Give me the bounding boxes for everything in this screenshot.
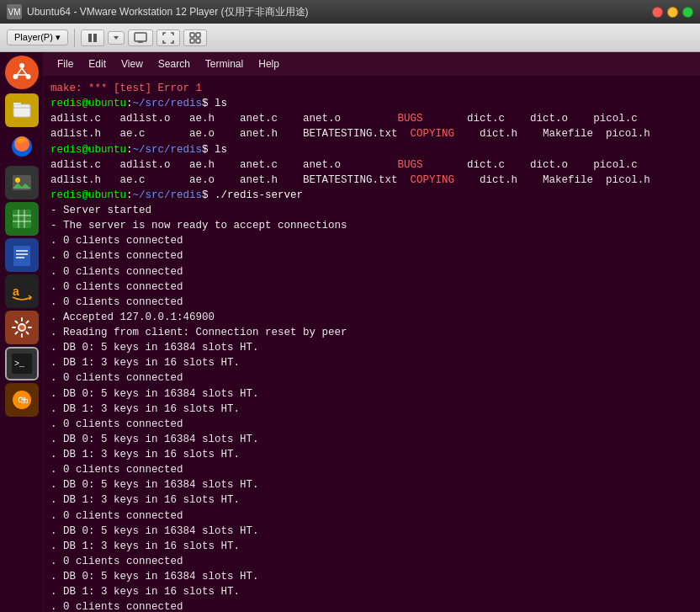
terminal-line: adlist.c adlist.o ae.h anet.c anet.o BUG…	[50, 111, 693, 126]
sidebar-item-terminal[interactable]: >_	[5, 347, 39, 381]
vmware-toolbar: Player(P) ▾	[0, 24, 700, 52]
sidebar-item-photos[interactable]	[5, 166, 39, 200]
dropdown-icon	[112, 34, 120, 42]
unity-icon	[189, 32, 201, 44]
svg-rect-3	[93, 34, 97, 42]
terminal-line: . DB 0: 5 keys in 16384 slots HT.	[50, 386, 693, 402]
terminal-line: - The server is now ready to accept conn…	[50, 218, 693, 233]
terminal[interactable]: make: *** [test] Error 1 redis@ubuntu:~/…	[44, 76, 700, 612]
pause-button[interactable]	[81, 29, 104, 46]
minimize-button[interactable]	[667, 7, 678, 18]
menu-item-search[interactable]: Search	[151, 56, 197, 72]
unity-button[interactable]	[183, 29, 207, 46]
sidebar-item-files[interactable]	[5, 93, 39, 127]
software-icon: 🛍	[11, 389, 33, 411]
terminal-line: . DB 1: 3 keys in 16 slots HT.	[50, 584, 693, 599]
terminal-line: make: *** [test] Error 1	[50, 81, 693, 96]
ubuntu-logo[interactable]	[5, 56, 39, 89]
pause-icon	[87, 32, 98, 44]
terminal-line: . DB 0: 5 keys in 16384 slots HT.	[50, 340, 693, 355]
svg-rect-5	[135, 33, 146, 41]
svg-text:🛍: 🛍	[18, 394, 28, 406]
menu-item-edit[interactable]: Edit	[82, 56, 113, 72]
svg-rect-18	[13, 104, 30, 117]
amazon-icon: a	[9, 279, 34, 304]
terminal-line: . 0 clients connected	[50, 264, 693, 279]
screen-button[interactable]	[128, 29, 153, 46]
terminal-icon: >_	[11, 353, 33, 375]
sidebar-item-software[interactable]: 🛍	[5, 383, 39, 417]
menu-item-file[interactable]: File	[50, 56, 80, 72]
terminal-line: adlist.h ae.c ae.o anet.h BETATESTING.tx…	[50, 126, 693, 141]
terminal-line: . DB 0: 5 keys in 16384 slots HT.	[50, 524, 693, 539]
terminal-line: . DB 1: 3 keys in 16 slots HT.	[50, 447, 693, 462]
svg-marker-4	[114, 36, 119, 40]
terminal-line: . 0 clients connected	[50, 417, 693, 432]
svg-rect-11	[196, 39, 200, 43]
svg-rect-9	[196, 33, 200, 37]
dropdown-button[interactable]	[108, 31, 125, 45]
terminal-line: . Reading from client: Connection reset …	[50, 325, 693, 340]
terminal-line: . 0 clients connected	[50, 295, 693, 310]
svg-text:VM: VM	[8, 8, 21, 17]
terminal-line: . 0 clients connected	[50, 233, 693, 248]
terminal-line: . 0 clients connected	[50, 279, 693, 295]
svg-rect-10	[190, 39, 194, 43]
terminal-line: . DB 1: 3 keys in 16 slots HT.	[50, 539, 693, 554]
terminal-line: - Server started	[50, 203, 693, 218]
photos-icon	[11, 172, 33, 194]
terminal-line: . DB 0: 5 keys in 16384 slots HT.	[50, 432, 693, 447]
titlebar: VM Ubuntu64 - VMware Workstation 12 Play…	[0, 0, 700, 24]
vmware-icon: VM	[7, 4, 22, 19]
window-controls	[652, 7, 693, 18]
files-icon	[11, 99, 33, 121]
main-layout: a >_ 🛍	[0, 52, 700, 612]
terminal-line: . 0 clients connected	[50, 554, 693, 569]
svg-point-21	[15, 178, 20, 183]
desktop-area: File Edit View Search Terminal Help make…	[44, 52, 700, 612]
terminal-line: redis@ubuntu:~/src/redis$ ls	[50, 96, 693, 111]
terminal-line: . DB 1: 3 keys in 16 slots HT.	[50, 355, 693, 370]
terminal-line: . 0 clients connected	[50, 508, 693, 524]
ubuntu-icon	[11, 61, 33, 83]
terminal-line: . 0 clients connected	[50, 370, 693, 386]
svg-rect-2	[88, 34, 92, 42]
spreadsheet-icon	[11, 208, 33, 230]
terminal-line: redis@ubuntu:~/src/redis$ ./redis-server	[50, 188, 693, 203]
terminal-menubar: File Edit View Search Terminal Help	[44, 52, 700, 76]
terminal-line: adlist.h ae.c ae.o anet.h BETATESTING.tx…	[50, 173, 693, 188]
menu-item-terminal[interactable]: Terminal	[199, 56, 250, 72]
svg-text:a: a	[13, 285, 19, 298]
menu-item-help[interactable]: Help	[252, 56, 286, 72]
firefox-icon	[9, 134, 34, 159]
terminal-line: . Accepted 127.0.0.1:46900	[50, 310, 693, 325]
titlebar-title: Ubuntu64 - VMware Workstation 12 Player …	[27, 5, 647, 19]
player-menu-button[interactable]: Player(P) ▾	[7, 29, 68, 45]
screen-icon	[134, 32, 147, 44]
menu-item-view[interactable]: View	[114, 56, 150, 72]
terminal-line: . 0 clients connected	[50, 599, 693, 612]
sidebar-item-settings[interactable]	[5, 311, 39, 344]
close-button[interactable]	[652, 7, 663, 18]
terminal-line: . DB 1: 3 keys in 16 slots HT.	[50, 492, 693, 508]
terminal-line: . DB 1: 3 keys in 16 slots HT.	[50, 402, 693, 417]
separator	[74, 29, 75, 47]
svg-point-13	[19, 63, 24, 68]
fullscreen-button[interactable]	[156, 29, 180, 46]
terminal-line: . 0 clients connected	[50, 248, 693, 263]
svg-rect-27	[13, 246, 30, 266]
terminal-line: . 0 clients connected	[50, 462, 693, 477]
player-label: Player(P) ▾	[14, 32, 61, 43]
terminal-line: redis@ubuntu:~/src/redis$ ls	[50, 142, 693, 157]
fullscreen-icon	[162, 32, 174, 44]
sidebar-item-texteditor[interactable]	[5, 238, 39, 272]
maximize-button[interactable]	[682, 7, 693, 18]
sidebar-item-spreadsheet[interactable]	[5, 202, 39, 236]
texteditor-icon	[11, 244, 33, 266]
sidebar-item-firefox[interactable]	[5, 130, 39, 163]
svg-rect-8	[190, 33, 194, 37]
sidebar: a >_ 🛍	[0, 52, 44, 612]
terminal-line: . DB 0: 5 keys in 16384 slots HT.	[50, 569, 693, 584]
terminal-line: adlist.c adlist.o ae.h anet.c anet.o BUG…	[50, 157, 693, 173]
sidebar-item-amazon[interactable]: a	[5, 274, 39, 308]
